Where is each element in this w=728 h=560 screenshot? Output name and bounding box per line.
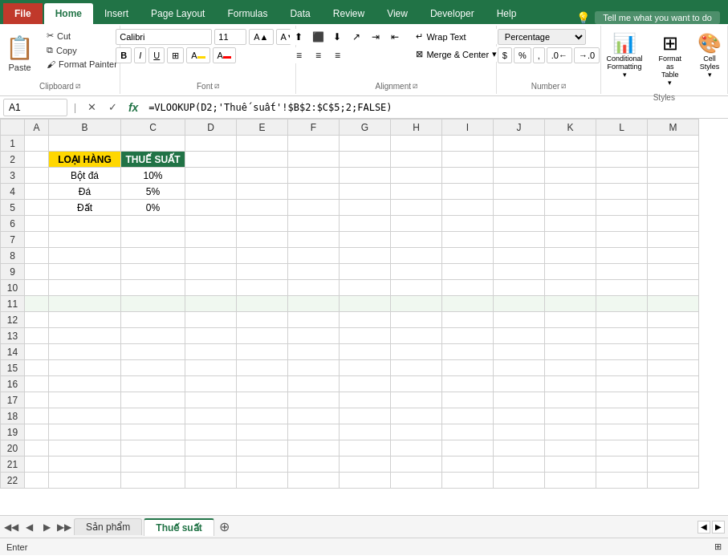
cell-H13[interactable]	[391, 328, 442, 344]
cell-E10[interactable]	[237, 280, 288, 296]
font-name-input[interactable]	[116, 29, 212, 45]
cell-E3[interactable]	[237, 168, 288, 184]
tab-insert[interactable]: Insert	[93, 3, 140, 24]
cell-E22[interactable]	[237, 473, 288, 489]
row-header-1[interactable]: 1	[1, 136, 25, 152]
row-header-7[interactable]: 7	[1, 232, 25, 248]
cell-E2[interactable]	[237, 152, 288, 168]
cell-B2[interactable]: LOẠI HÀNG	[49, 152, 121, 168]
row-header-17[interactable]: 17	[1, 392, 25, 408]
cell-B17[interactable]	[49, 392, 121, 408]
cell-C8[interactable]	[121, 248, 185, 264]
cell-A2[interactable]	[25, 152, 49, 168]
cell-F13[interactable]	[288, 328, 340, 344]
cell-L14[interactable]	[596, 344, 648, 360]
cell-F11[interactable]	[288, 296, 340, 312]
row-header-2[interactable]: 2	[1, 152, 25, 168]
row-header-21[interactable]: 21	[1, 457, 25, 473]
cell-H6[interactable]	[391, 216, 442, 232]
cell-L10[interactable]	[596, 280, 648, 296]
cell-C20[interactable]	[121, 440, 185, 457]
cell-D21[interactable]	[185, 457, 237, 473]
cell-J20[interactable]	[494, 440, 545, 457]
cell-D17[interactable]	[185, 392, 237, 408]
cell-A14[interactable]	[25, 344, 49, 360]
cell-G19[interactable]	[340, 424, 391, 440]
row-header-20[interactable]: 20	[1, 440, 25, 457]
cell-A9[interactable]	[25, 264, 49, 280]
cell-A6[interactable]	[25, 216, 49, 232]
cell-I10[interactable]	[442, 280, 494, 296]
cell-K22[interactable]	[545, 473, 596, 489]
cell-L15[interactable]	[596, 360, 648, 376]
cell-F1[interactable]	[288, 136, 340, 152]
col-header-f[interactable]: F	[288, 120, 340, 136]
cell-I20[interactable]	[442, 440, 494, 457]
cell-B18[interactable]	[49, 408, 121, 424]
cell-I22[interactable]	[442, 473, 494, 489]
format-as-table-button[interactable]: ⊞ Format as Table ▾	[654, 29, 687, 90]
accounting-format-button[interactable]: $	[498, 47, 512, 63]
cell-I15[interactable]	[442, 360, 494, 376]
cell-D18[interactable]	[185, 408, 237, 424]
cell-B6[interactable]	[49, 216, 121, 232]
cell-H3[interactable]	[391, 168, 442, 184]
cell-D19[interactable]	[185, 424, 237, 440]
cell-J13[interactable]	[494, 328, 545, 344]
cell-C5[interactable]: 0%	[121, 200, 185, 216]
cell-E8[interactable]	[237, 248, 288, 264]
cell-G21[interactable]	[340, 457, 391, 473]
cell-B8[interactable]	[49, 248, 121, 264]
col-header-e[interactable]: E	[237, 120, 288, 136]
cell-C2[interactable]: THUẾ SUẤT	[121, 152, 185, 168]
cell-H8[interactable]	[391, 248, 442, 264]
cell-F19[interactable]	[288, 424, 340, 440]
cell-L17[interactable]	[596, 392, 648, 408]
cell-L13[interactable]	[596, 328, 648, 344]
cell-K9[interactable]	[545, 264, 596, 280]
cell-G8[interactable]	[340, 248, 391, 264]
cell-C4[interactable]: 5%	[121, 184, 185, 200]
cell-E5[interactable]	[237, 200, 288, 216]
cell-F17[interactable]	[288, 392, 340, 408]
cell-B9[interactable]	[49, 264, 121, 280]
cell-K16[interactable]	[545, 376, 596, 392]
cell-M14[interactable]	[648, 344, 699, 360]
align-bottom-button[interactable]: ⬇	[328, 29, 346, 45]
cell-H15[interactable]	[391, 360, 442, 376]
cell-M22[interactable]	[648, 473, 699, 489]
align-middle-button[interactable]: ⬛	[309, 29, 327, 45]
cell-I9[interactable]	[442, 264, 494, 280]
insert-function-button[interactable]: fx	[124, 99, 142, 116]
cell-D11[interactable]	[185, 296, 237, 312]
merge-center-button[interactable]: ⊠ Merge & Center ▾	[410, 47, 502, 62]
sheet-nav-last[interactable]: ▶▶	[56, 519, 72, 535]
tab-help[interactable]: Help	[486, 3, 528, 24]
col-header-c[interactable]: C	[121, 120, 185, 136]
cell-I7[interactable]	[442, 232, 494, 248]
cell-F7[interactable]	[288, 232, 340, 248]
add-sheet-button[interactable]: ⊕	[216, 518, 234, 536]
cell-E13[interactable]	[237, 328, 288, 344]
cell-E18[interactable]	[237, 408, 288, 424]
cell-E14[interactable]	[237, 344, 288, 360]
conditional-formatting-button[interactable]: 📊 Conditional Formatting ▾	[602, 29, 648, 82]
cell-L9[interactable]	[596, 264, 648, 280]
cell-A1[interactable]	[25, 136, 49, 152]
cell-F21[interactable]	[288, 457, 340, 473]
cell-F20[interactable]	[288, 440, 340, 457]
cell-G10[interactable]	[340, 280, 391, 296]
cell-E20[interactable]	[237, 440, 288, 457]
cell-M19[interactable]	[648, 424, 699, 440]
cell-J12[interactable]	[494, 312, 545, 328]
cell-I4[interactable]	[442, 184, 494, 200]
cell-H1[interactable]	[391, 136, 442, 152]
row-header-18[interactable]: 18	[1, 408, 25, 424]
col-header-a[interactable]: A	[25, 120, 49, 136]
row-header-10[interactable]: 10	[1, 280, 25, 296]
col-header-g[interactable]: G	[340, 120, 391, 136]
row-header-9[interactable]: 9	[1, 264, 25, 280]
cell-D7[interactable]	[185, 232, 237, 248]
tab-formulas[interactable]: Formulas	[216, 3, 279, 24]
cell-E15[interactable]	[237, 360, 288, 376]
